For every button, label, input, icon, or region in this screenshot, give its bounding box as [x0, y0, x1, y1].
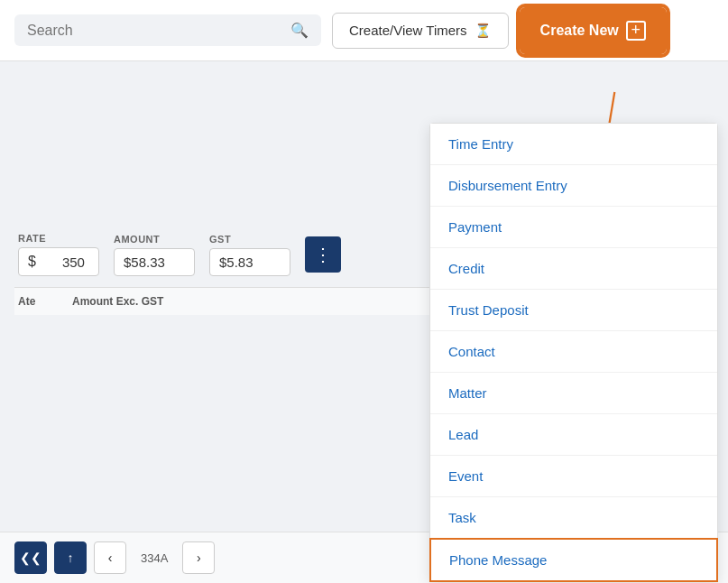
menu-item-contact[interactable]: Contact — [430, 331, 717, 373]
prev-page-button[interactable]: ↑ — [54, 541, 87, 574]
search-wrapper: 🔍 — [14, 14, 321, 46]
search-icon: 🔍 — [290, 22, 309, 39]
rate-currency: $ — [28, 254, 36, 270]
menu-item-payment[interactable]: Payment — [430, 207, 717, 248]
gst-value: $5.83 — [209, 248, 290, 276]
timer-icon: ⏳ — [475, 23, 492, 39]
menu-item-disbursement-entry[interactable]: Disbursement Entry — [430, 165, 717, 207]
gst-label: GST — [209, 234, 290, 245]
rate-field-group: RATE $ — [18, 233, 99, 276]
menu-item-task[interactable]: Task — [430, 497, 717, 539]
search-input[interactable] — [27, 23, 283, 39]
page-info: 334A — [134, 551, 175, 565]
plus-box-icon: + — [626, 21, 646, 41]
menu-item-lead[interactable]: Lead — [430, 414, 717, 456]
gst-field-group: GST $5.83 — [209, 234, 290, 276]
nav-left-button[interactable]: ‹ — [94, 541, 126, 574]
chevron-right-icon: › — [197, 551, 201, 565]
dots-icon: ⋮ — [314, 244, 333, 265]
amount-label: AMOUNT — [114, 234, 195, 245]
top-bar: 🔍 Create/View Timers ⏳ Create New + — [0, 0, 728, 61]
menu-item-time-entry[interactable]: Time Entry — [430, 124, 717, 165]
rate-input-wrapper: $ — [18, 247, 99, 276]
col-ate: ate — [18, 295, 72, 308]
menu-item-credit[interactable]: Credit — [430, 248, 717, 290]
menu-item-trust-deposit[interactable]: Trust Deposit — [430, 290, 717, 331]
rate-input[interactable] — [40, 254, 85, 270]
menu-item-event[interactable]: Event — [430, 456, 717, 497]
main-content: RATE $ AMOUNT $58.33 GST $5.83 ⋮ ate Amo… — [0, 61, 728, 583]
create-new-button[interactable]: Create New + — [520, 7, 667, 54]
chevron-left-icon: ‹ — [108, 551, 113, 565]
first-page-button[interactable]: ❮❮ — [14, 541, 47, 574]
amount-value: $58.33 — [114, 248, 195, 276]
prev-page-icon: ↑ — [68, 551, 74, 565]
nav-right-button[interactable]: › — [182, 541, 215, 574]
create-view-timers-label: Create/View Timers — [349, 23, 467, 38]
create-view-timers-button[interactable]: Create/View Timers ⏳ — [332, 13, 509, 49]
menu-item-matter[interactable]: Matter — [430, 373, 717, 414]
rate-label: RATE — [18, 233, 99, 244]
create-new-label: Create New — [540, 23, 619, 39]
create-new-dropdown: Time Entry Disbursement Entry Payment Cr… — [429, 123, 718, 582]
amount-field-group: AMOUNT $58.33 — [114, 234, 195, 276]
menu-item-phone-message[interactable]: Phone Message — [429, 538, 718, 582]
more-options-button[interactable]: ⋮ — [305, 236, 341, 273]
first-page-icon: ❮❮ — [20, 551, 41, 565]
